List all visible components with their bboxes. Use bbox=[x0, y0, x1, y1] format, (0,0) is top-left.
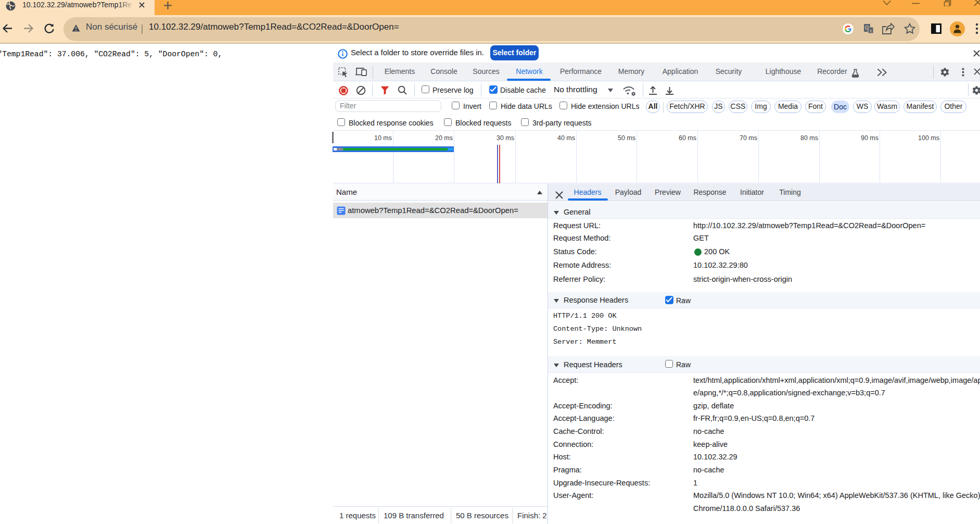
svg-text:x: x bbox=[870, 28, 872, 33]
